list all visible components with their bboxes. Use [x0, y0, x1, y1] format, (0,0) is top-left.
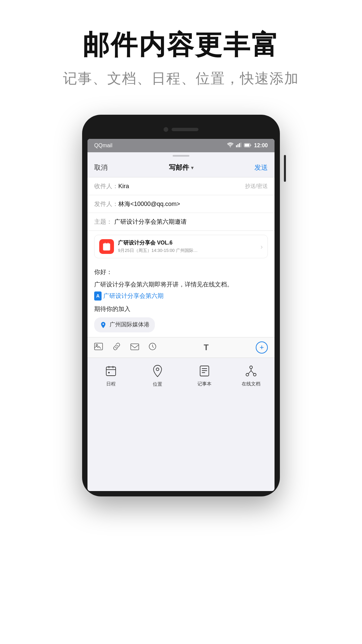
phone-speaker	[172, 128, 198, 131]
svg-point-15	[246, 373, 249, 376]
title-dropdown-arrow[interactable]: ▾	[191, 165, 193, 170]
subject-field-row[interactable]: 主题： 广研设计分享会第六期邀请	[87, 213, 275, 231]
svg-rect-1	[238, 144, 239, 147]
body-closing: 期待你的加入	[94, 304, 268, 314]
subject-label: 主题：	[94, 218, 114, 226]
from-field-row[interactable]: 发件人： 林海<10000@qq.com>	[87, 195, 275, 213]
status-bar: QQmail	[87, 139, 275, 152]
signal-icon	[236, 143, 241, 149]
from-label: 发件人：	[94, 200, 118, 208]
attachment-info: 广研设计分享会 VOL.6 9月25日（周五）14:30-15:00 广州国际…	[118, 239, 260, 254]
status-bar-right: 12:00	[227, 143, 268, 149]
handle	[173, 155, 189, 157]
calendar-icon	[99, 239, 114, 254]
status-time: 12:00	[254, 143, 268, 149]
mail-icon[interactable]	[130, 343, 139, 352]
email-body: 你好： 广研设计分享会第六期即将开讲，详情见在线文档。 A 广研设计分享会第六期…	[87, 262, 275, 337]
battery-icon	[244, 143, 251, 149]
to-value[interactable]: Kira	[118, 183, 245, 190]
svg-rect-2	[239, 143, 240, 147]
doc-link[interactable]: 广研设计分享会第六期	[103, 291, 164, 301]
note-label: 记事本	[197, 381, 212, 387]
toolbar: T +	[87, 337, 275, 358]
body-text-content: 广研设计分享会第六期即将开讲，详情见在线文档。	[94, 279, 233, 290]
phone-notch	[87, 120, 275, 139]
cancel-button[interactable]: 取消	[94, 163, 108, 172]
tab-location[interactable]: 位置	[134, 358, 181, 394]
text-format-icon[interactable]: T	[204, 343, 209, 352]
schedule-label: 日程	[106, 381, 116, 387]
svg-rect-6	[103, 244, 110, 250]
body-text: 广研设计分享会第六期即将开讲，详情见在线文档。 A 广研设计分享会第六期	[94, 279, 268, 301]
location-label: 位置	[153, 381, 162, 387]
svg-rect-3	[241, 143, 242, 147]
subject-value[interactable]: 广研设计分享会第六期邀请	[114, 218, 268, 226]
svg-rect-0	[236, 145, 237, 147]
svg-rect-7	[105, 247, 106, 248]
attach-icon[interactable]	[112, 343, 121, 352]
handle-bar	[87, 152, 275, 158]
compose-title-text: 写邮件	[169, 163, 189, 172]
svg-rect-12	[106, 367, 116, 376]
location-text: 广州国际媒体港	[110, 320, 149, 330]
app-name: QQmail	[94, 143, 112, 149]
compose-area: 收件人： Kira 抄送/密送 发件人： 林海<10000@qq.com> 主题…	[87, 177, 275, 337]
compose-title: 写邮件 ▾	[169, 163, 193, 172]
to-label: 收件人：	[94, 182, 118, 190]
page-title: 邮件内容更丰富	[0, 30, 362, 60]
svg-point-16	[253, 373, 256, 376]
attachment-title: 广研设计分享会 VOL.6	[118, 239, 260, 247]
svg-rect-10	[131, 344, 139, 350]
phone-screen: QQmail	[87, 139, 275, 491]
page-header: 邮件内容更丰富 记事、文档、日程、位置，快速添加	[0, 0, 362, 101]
svg-rect-13	[200, 366, 209, 376]
cc-label[interactable]: 抄送/密送	[245, 183, 268, 190]
location-pin-icon	[100, 321, 107, 329]
online-doc-label: 在线文档	[242, 381, 260, 387]
doc-badge-letter: A	[96, 292, 100, 300]
attachment-detail: 9月25日（周五）14:30-15:00 广州国际…	[118, 248, 260, 254]
send-button[interactable]: 发送	[254, 163, 268, 172]
attachment-chevron-icon[interactable]: ›	[260, 243, 263, 251]
schedule-icon	[105, 365, 117, 379]
location-chip[interactable]: 广州国际媒体港	[94, 317, 155, 332]
tab-online-doc[interactable]: 在线文档	[228, 358, 275, 394]
nav-bar[interactable]: 取消 写邮件 ▾ 发送	[87, 158, 275, 177]
svg-point-9	[96, 344, 98, 346]
clock-icon[interactable]	[148, 342, 157, 353]
doc-badge: A	[94, 291, 102, 301]
tab-note[interactable]: 记事本	[181, 358, 228, 394]
side-button	[284, 155, 286, 182]
wifi-icon	[227, 143, 233, 149]
location-tab-icon	[153, 365, 163, 379]
plus-button[interactable]: +	[256, 341, 268, 354]
tab-schedule[interactable]: 日程	[87, 358, 134, 394]
camera-dot	[164, 127, 168, 132]
page-subtitle: 记事、文档、日程、位置，快速添加	[0, 69, 362, 88]
phone-outer: QQmail	[82, 115, 280, 496]
greeting: 你好：	[94, 267, 268, 277]
image-icon[interactable]	[94, 343, 103, 352]
svg-point-14	[250, 366, 252, 369]
phone-mockup: QQmail	[0, 115, 362, 496]
from-value[interactable]: 林海<10000@qq.com>	[118, 200, 268, 208]
toolbar-icons	[94, 342, 157, 353]
doc-inline: A 广研设计分享会第六期	[94, 291, 164, 301]
note-icon	[199, 365, 210, 379]
svg-rect-5	[245, 144, 249, 147]
calendar-attachment-card[interactable]: 广研设计分享会 VOL.6 9月25日（周五）14:30-15:00 广州国际……	[94, 235, 268, 258]
to-field-row[interactable]: 收件人： Kira 抄送/密送	[87, 177, 275, 195]
bottom-tab-bar: 日程 位置	[87, 358, 275, 394]
branch-icon	[245, 365, 257, 379]
